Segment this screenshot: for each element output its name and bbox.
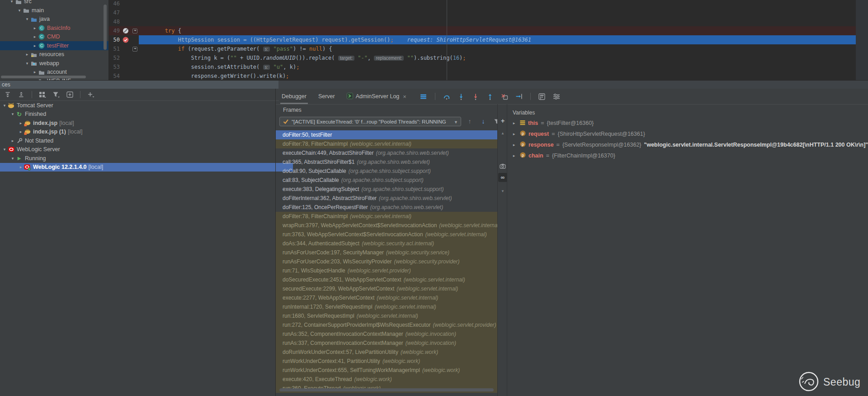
force-step-into-icon[interactable] [472, 92, 480, 100]
line-number[interactable]: 54 [109, 72, 120, 80]
chevron-down-icon[interactable]: ▾ [9, 156, 16, 161]
chevron-down-icon[interactable]: ▾ [1, 147, 8, 152]
services-tree-item-finished[interactable]: ▾↻Finished [0, 110, 285, 119]
close-icon[interactable]: × [402, 93, 406, 100]
fold-marker-icon[interactable] [132, 29, 137, 33]
line-number[interactable]: 49 [109, 26, 120, 35]
variable-row-request[interactable]: ▸prequest={ShiroHttpServletRequest@16361… [507, 129, 868, 139]
stack-frame-row[interactable]: doFilter:50, testFilter [276, 130, 497, 139]
chevron-right-icon[interactable]: ▸ [18, 121, 24, 125]
frames-horizontal-scrollbar[interactable] [279, 388, 494, 391]
project-tree-item-testfilter[interactable]: ▸CtestFilter [0, 41, 109, 50]
code-line-52[interactable]: 52 String k = ("" + UUID.randomUUID()).r… [109, 53, 856, 62]
code-line-51[interactable]: 51 if (request.getParameter( s: "pass") … [109, 44, 856, 53]
stack-frame-row[interactable]: call:365, AbstractShiroFilter$1(org.apac… [276, 157, 497, 167]
line-number[interactable]: 46 [109, 0, 120, 8]
variable-row-this[interactable]: ▸this={testFilter@16360} [507, 118, 868, 129]
stack-frame-row[interactable]: doAs:344, AuthenticatedSubject(weblogic.… [276, 239, 497, 248]
stack-frame-row[interactable]: doCall:90, SubjectCallable(org.apache.sh… [276, 167, 497, 176]
services-tree-item-tomcat-server[interactable]: ▾Tomcat Server [0, 101, 277, 110]
line-number[interactable]: 52 [109, 53, 120, 62]
services-tree-item-index-jsp-1-[interactable]: ▸index.jsp (1)[local] [0, 128, 293, 137]
drop-frame-icon[interactable] [500, 92, 509, 100]
stack-frame-row[interactable]: doFilterInternal:362, AbstractShiroFilte… [276, 194, 497, 203]
stack-frame-row[interactable]: execute:383, DelegatingSubject(org.apach… [276, 185, 497, 194]
stack-frame-row[interactable]: run:3763, WebAppServletContext$ServletIn… [276, 230, 497, 239]
project-tree-horizontal-scrollbar[interactable] [1, 76, 86, 78]
filter-icon[interactable] [52, 91, 60, 99]
code-line-53[interactable]: 53 session.setAttribute( s: "u", k); [109, 62, 856, 72]
stack-frame-row[interactable]: doRunWorkUnderContext:57, LivePartitionU… [276, 348, 497, 357]
code-line-50[interactable]: 50 HttpSession session = ((HttpServletRe… [109, 35, 856, 44]
stack-frame-row[interactable]: doFilter:78, FilterChainImpl(weblogic.se… [276, 212, 497, 221]
stack-frame-row[interactable]: runAs:352, ComponentInvocationContextMan… [276, 329, 497, 339]
tab-adminserver-log[interactable]: AdminServer Log× [341, 89, 412, 104]
step-out-icon[interactable] [486, 92, 494, 100]
line-number[interactable]: 47 [109, 8, 120, 17]
stack-frame-row[interactable]: securedExecute:2299, WebAppServletContex… [276, 284, 497, 293]
line-number[interactable]: 48 [109, 17, 120, 26]
chevron-right-icon[interactable]: ▸ [32, 34, 38, 39]
project-tree-item-basicinfo[interactable]: ▸CBasicInfo [0, 24, 109, 33]
project-tree-vertical-scrollbar[interactable] [104, 5, 107, 50]
filter-frames-icon[interactable] [493, 117, 497, 125]
chevron-right-icon[interactable]: ▸ [24, 52, 30, 57]
collapse-all-icon[interactable] [17, 91, 25, 99]
chevron-down-icon[interactable]: ▾ [9, 112, 16, 116]
chevron-down-icon[interactable]: ▾ [16, 8, 23, 13]
expand-all-icon[interactable] [4, 91, 12, 99]
line-number[interactable]: 53 [109, 62, 120, 72]
code-line-54[interactable]: 54 response.getWriter().write(k); [109, 72, 856, 80]
snapshot-icon[interactable] [498, 162, 507, 171]
add-application-server-icon[interactable] [66, 91, 74, 99]
project-tree-item-src[interactable]: ▾src [0, 0, 109, 6]
run-to-cursor-icon[interactable] [515, 92, 523, 100]
stack-frame-row[interactable]: execute:2277, WebAppServletContext(weblo… [276, 293, 497, 302]
code-line-46[interactable]: 46 [109, 0, 856, 8]
project-tree-item-webapp[interactable]: ▾webapp [0, 59, 109, 68]
stack-frame-row[interactable]: runWorkUnderContext:41, PartitionUtility… [276, 357, 497, 366]
code-line-48[interactable]: 48 [109, 17, 856, 26]
code-editor[interactable]: 46474849 try {50 HttpSession session = (… [109, 0, 868, 80]
stack-frame-row[interactable]: run:272, ContainerSupportProviderImpl$Wl… [276, 320, 497, 329]
watch-return-values-icon[interactable]: ∞ [498, 173, 507, 182]
project-tree-item-resources[interactable]: ▸resources [0, 50, 109, 59]
thread-selector[interactable]: "[ACTIVE] ExecuteThread: '0' f...roup "P… [279, 117, 461, 126]
stack-frame-row[interactable]: runAsForUserCode:203, WlsSecurityProvide… [276, 257, 497, 266]
next-frame-icon[interactable]: ↓ [479, 117, 487, 125]
chevron-right-icon[interactable]: ▸ [32, 43, 38, 48]
scroll-up-icon[interactable]: ▲ [498, 129, 507, 138]
stack-frame-row[interactable]: run:71, WlsSubjectHandle(weblogic.servle… [276, 266, 497, 275]
prev-frame-icon[interactable]: ↑ [466, 117, 474, 125]
chevron-right-icon[interactable]: ▸ [18, 129, 24, 134]
stack-frame-row[interactable]: runWorkUnderContext:655, SelfTuningWorkM… [276, 366, 497, 375]
chevron-down-icon[interactable]: ▾ [24, 17, 30, 21]
stack-frame-row[interactable]: doFilter:78, FilterChainImpl(weblogic.se… [276, 139, 497, 148]
stack-frame-row[interactable]: doFilter:125, OncePerRequestFilter(org.a… [276, 203, 497, 212]
variable-row-chain[interactable]: ▸pchain={FilterChainImpl@16370} [507, 150, 868, 161]
step-over-icon[interactable] [443, 92, 451, 100]
line-number[interactable]: 50 [109, 35, 120, 44]
stack-frame-row[interactable]: run:1680, ServletRequestImpl(weblogic.se… [276, 311, 497, 320]
stack-frame-row[interactable]: wrapRun:3797, WebAppServletContext$Servl… [276, 221, 497, 230]
chevron-right-icon[interactable]: ▸ [32, 70, 38, 74]
services-tree-item-not-started[interactable]: ▸Not Started [0, 136, 285, 145]
stack-frame-row[interactable]: runAs:337, ComponentInvocationContextMan… [276, 339, 497, 348]
stack-frame-row[interactable]: call:83, SubjectCallable(org.apache.shir… [276, 176, 497, 185]
stack-frame-row[interactable]: execute:420, ExecuteThread(weblogic.work… [276, 375, 497, 384]
chevron-right-icon[interactable]: ▸ [9, 138, 16, 143]
tab-debugger[interactable]: Debugger [276, 89, 312, 104]
fold-marker-icon[interactable] [132, 47, 137, 52]
code-line-47[interactable]: 47 [109, 8, 856, 17]
chevron-down-icon[interactable]: ▾ [24, 61, 30, 66]
breakpoint-icon[interactable] [123, 37, 129, 43]
services-tree-item-index-jsp[interactable]: ▸index.jsp[local] [0, 119, 293, 128]
project-tree-item-main[interactable]: ▾main [0, 6, 109, 15]
project-tree-item-cmd[interactable]: ▸CCMD [0, 33, 109, 42]
group-by-icon[interactable] [38, 91, 47, 99]
chevron-right-icon[interactable]: ▸ [511, 143, 517, 147]
stack-frame-row[interactable]: executeChain:449, AbstractShiroFilter(or… [276, 148, 497, 157]
project-tree-item-java[interactable]: ▾java [0, 15, 109, 24]
chevron-right-icon[interactable]: ▸ [18, 165, 24, 169]
code-line-49[interactable]: 49 try { [109, 26, 856, 35]
